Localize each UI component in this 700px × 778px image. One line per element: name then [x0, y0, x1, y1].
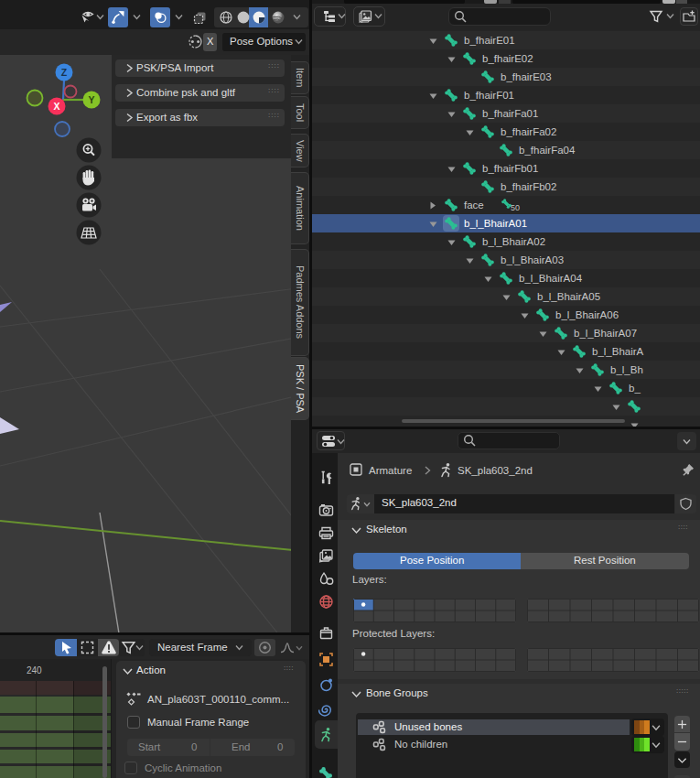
svg-text:X: X	[53, 101, 59, 112]
svg-text:Z: Z	[61, 67, 68, 78]
svg-text:Y: Y	[88, 94, 94, 105]
